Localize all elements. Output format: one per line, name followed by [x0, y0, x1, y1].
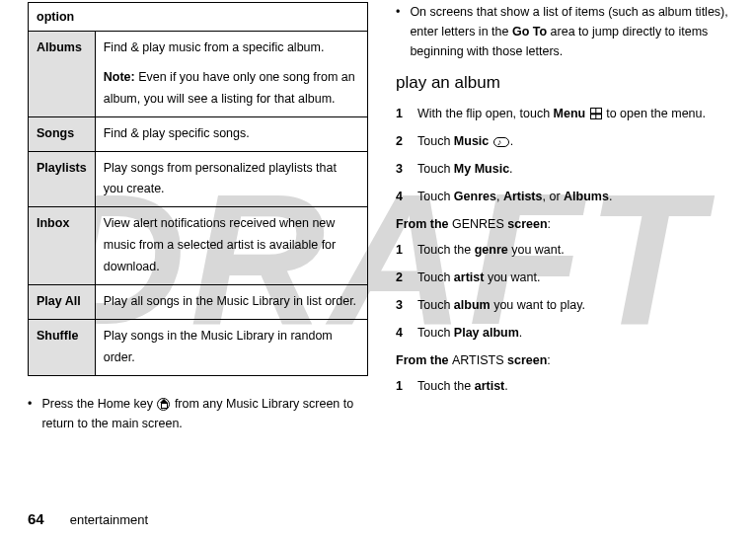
row-inbox-desc: View alert notifications received when n… — [95, 207, 367, 285]
table-header: option — [29, 3, 368, 32]
row-songs-label: Songs — [29, 116, 96, 151]
step-a4-m2: , or — [542, 190, 564, 203]
steps-artists: 1Touch the artist. — [396, 376, 736, 396]
right-column: On screens that show a list of items (su… — [396, 2, 736, 433]
step-a2-post: . — [510, 134, 513, 148]
step-a3-post: . — [509, 162, 512, 176]
music-icon — [493, 137, 509, 147]
home-icon — [157, 398, 170, 411]
row-shuffle-label: Shuffle — [29, 319, 96, 375]
sb1-post: you want. — [508, 243, 565, 257]
step-a4-b3: Albums — [564, 190, 609, 203]
sb4-post: . — [519, 326, 522, 340]
fg-post: screen — [504, 217, 548, 231]
sc1-pre: Touch the — [417, 379, 475, 393]
step-a3: Touch My Music. — [417, 159, 513, 179]
row-albums-note-prefix: Note: — [104, 70, 135, 84]
row-songs-desc: Find & play specific songs. — [95, 116, 367, 151]
menu-grid-icon — [590, 108, 602, 119]
fg-b: GENRES — [452, 217, 504, 231]
fg-pre: From the — [396, 217, 452, 231]
left-column: option Albums Find & play music from a s… — [28, 2, 368, 433]
sb2-b: artist — [454, 270, 485, 284]
step-a4-pre: Touch — [417, 190, 454, 203]
sb1-pre: Touch the — [417, 243, 475, 257]
right-bullet-bold: Go To — [512, 25, 547, 38]
sc1-post: . — [504, 379, 507, 393]
left-bullet-list: Press the Home key from any Music Librar… — [28, 394, 368, 433]
step-a3-pre: Touch — [417, 162, 454, 176]
step-a2: Touch Music . — [417, 131, 513, 151]
from-genres-heading: From the GENRES screen: — [396, 214, 736, 234]
step-a4-b2: Artists — [503, 190, 543, 203]
sb3-b: album — [454, 298, 491, 312]
step-a4-post: . — [609, 190, 612, 203]
right-bullet-item: On screens that show a list of items (su… — [396, 2, 736, 61]
section-heading: play an album — [396, 69, 736, 96]
row-playall-label: Play All — [29, 284, 96, 319]
sb3-pre: Touch — [417, 298, 454, 312]
left-bullet-item: Press the Home key from any Music Librar… — [28, 394, 368, 433]
row-inbox-label: Inbox — [29, 207, 96, 285]
step-a2-pre: Touch — [417, 134, 454, 148]
step-b4: Touch Play album. — [417, 323, 522, 343]
step-a4-m1: , — [496, 190, 503, 203]
step-a1: With the flip open, touch Menu to open t… — [417, 104, 706, 123]
row-playall-desc: Play all songs in the Music Library in l… — [95, 284, 367, 319]
fa-pre: From the — [396, 353, 452, 367]
row-albums-label: Albums — [29, 32, 96, 117]
fa-colon: : — [547, 353, 550, 367]
options-table: option Albums Find & play music from a s… — [28, 2, 368, 376]
row-albums-desc: Find & play music from a specific album.… — [95, 32, 367, 117]
right-bullet-list: On screens that show a list of items (su… — [396, 2, 736, 61]
steps-genres: 1Touch the genre you want. 2Touch artist… — [396, 240, 736, 343]
page-number: 64 — [28, 510, 44, 527]
step-a2-b: Music — [454, 134, 489, 148]
row-playlists-label: Playlists — [29, 151, 96, 207]
step-a1-post: to open the menu. — [603, 107, 706, 120]
sb3-post: you want to play. — [491, 298, 585, 312]
from-artists-heading: From the ARTISTS screen: — [396, 350, 736, 370]
page-footer: 64entertainment — [28, 507, 148, 531]
steps-main: 1With the flip open, touch Menu to open … — [396, 104, 736, 206]
row-albums-desc-text: Find & play music from a specific album. — [104, 40, 325, 54]
row-shuffle-desc: Play songs in the Music Library in rando… — [95, 319, 367, 375]
step-a4-b1: Genres — [454, 190, 496, 203]
sb4-b: Play album — [454, 326, 519, 340]
fa-b: ARTISTS — [452, 353, 504, 367]
sc1-b: artist — [475, 379, 505, 393]
step-a1-pre: With the flip open, touch — [417, 107, 554, 120]
row-playlists-desc: Play songs from personalized playlists t… — [95, 151, 367, 207]
footer-section: entertainment — [70, 512, 149, 527]
row-albums-note: Even if you have only one song from an a… — [104, 70, 355, 106]
sb2-post: you want. — [484, 270, 540, 284]
fa-post: screen — [504, 353, 548, 367]
fg-colon: : — [548, 217, 551, 231]
step-b1: Touch the genre you want. — [417, 240, 565, 260]
sb4-pre: Touch — [417, 326, 454, 340]
step-a3-b: My Music — [454, 162, 509, 176]
step-b2: Touch artist you want. — [417, 268, 540, 287]
step-c1: Touch the artist. — [417, 376, 508, 396]
left-bullet-pre: Press the Home key — [41, 397, 156, 411]
step-a1-b: Menu — [554, 107, 586, 120]
sb2-pre: Touch — [417, 270, 454, 284]
step-a4: Touch Genres, Artists, or Albums. — [417, 187, 612, 206]
step-b3: Touch album you want to play. — [417, 295, 585, 315]
sb1-b: genre — [475, 243, 508, 257]
